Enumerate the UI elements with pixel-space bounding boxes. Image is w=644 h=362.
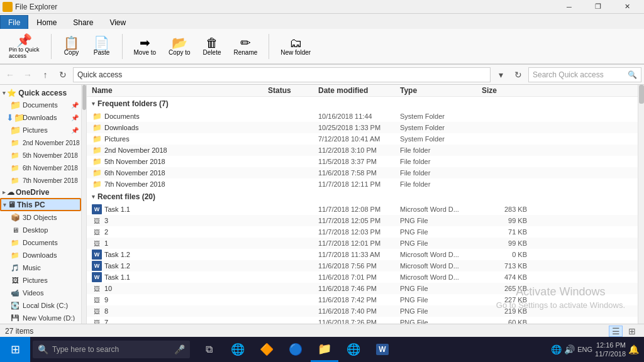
address-bar: ← → ↑ ↻ Quick access ▾ ↻ Search Quick ac… <box>0 65 644 85</box>
file-size: 99 KB <box>482 217 532 224</box>
file-icon-5thnov: 📁 <box>92 156 102 167</box>
sidebar-item-2ndnov[interactable]: 📁 2nd November 2018 <box>0 136 81 149</box>
col-header-date[interactable]: Date modified <box>318 86 400 95</box>
table-row[interactable]: W Task 1.2 11/7/2018 11:33 AM Microsoft … <box>87 249 638 260</box>
col-header-name[interactable]: Name <box>92 86 268 95</box>
view-btn-tiles[interactable]: ⊞ <box>625 326 639 337</box>
table-row[interactable]: W Task 1.1 11/7/2018 12:08 PM Microsoft … <box>87 204 638 215</box>
tray-clock[interactable]: 12:16 PM 11/7/2018 <box>595 341 626 359</box>
table-row[interactable]: 📁 5th November 2018 11/5/2018 3:37 PM Fi… <box>87 156 638 167</box>
ribbon-btn-paste[interactable]: 📄 Paste <box>89 35 114 57</box>
tab-share[interactable]: Share <box>65 15 101 29</box>
table-row[interactable]: 📁 6th November 2018 11/6/2018 7:58 PM Fi… <box>87 167 638 178</box>
table-row[interactable]: 📁 Downloads 10/25/2018 1:33 PM System Fo… <box>87 122 638 133</box>
thispc-icon: 🖥 <box>8 200 16 209</box>
content-area: Name Status Date modified Type Size ▾ Fr… <box>87 85 638 324</box>
taskbar-item-chrome2[interactable]: 🌐 <box>340 337 367 362</box>
address-box[interactable]: Quick access <box>73 67 491 82</box>
sidebar-item-pictures-pc[interactable]: 🖼 Pictures <box>0 274 81 287</box>
sidebar-section-onedrive[interactable]: ▸ ☁ OneDrive <box>0 187 81 198</box>
ribbon-btn-copy[interactable]: 📋 Copy <box>59 35 84 57</box>
sidebar-item-7thnov[interactable]: 📁 7th November 2018 <box>0 174 81 187</box>
ribbon-btn-moveto[interactable]: ➡ Move to <box>130 35 160 57</box>
file-name-cell: 🖼 1 <box>92 238 268 248</box>
sidebar-item-5thnov[interactable]: 📁 5th November 2018 <box>0 149 81 162</box>
tab-file[interactable]: File <box>0 15 28 29</box>
start-button[interactable]: ⊞ <box>0 337 30 362</box>
sidebar-item-pictures[interactable]: 📁 Pictures 📌 <box>0 124 81 136</box>
nav-up-button[interactable]: ↑ <box>38 67 53 82</box>
table-row[interactable]: 📁 Documents 10/16/2018 11:44 System Fold… <box>87 111 638 122</box>
network-icon[interactable]: 🌐 <box>551 344 562 354</box>
sidebar-item-downloads-pc[interactable]: 📁 Downloads <box>0 249 81 261</box>
address-refresh-button[interactable]: ↻ <box>511 67 526 82</box>
taskbar-item-chrome[interactable]: 🔵 <box>282 337 309 362</box>
frequent-folders-header[interactable]: ▾ Frequent folders (7) <box>87 97 638 111</box>
col-header-size[interactable]: Size <box>482 86 532 95</box>
taskbar-search[interactable]: 🔍 Type here to search 🎤 <box>33 341 190 358</box>
sidebar-item-downloads[interactable]: ⬇📁 Downloads 📌 <box>0 111 81 124</box>
close-button[interactable]: ✕ <box>613 0 641 14</box>
localc-icon: 💽 <box>10 300 20 310</box>
sidebar-item-desktop[interactable]: 🖥 Desktop <box>0 224 81 236</box>
tray-lang[interactable]: ENG <box>577 346 592 353</box>
address-dropdown-button[interactable]: ▾ <box>493 67 508 82</box>
ribbon-btn-copyto[interactable]: 📂 Copy to <box>165 35 194 57</box>
table-row[interactable]: 🖼 3 11/7/2018 12:05 PM PNG File 99 KB <box>87 215 638 226</box>
sidebar-item-videos[interactable]: 📹 Videos <box>0 287 81 299</box>
taskbar-item-word[interactable]: W <box>369 337 396 362</box>
ribbon-btn-newfolder[interactable]: 🗂 New folder <box>277 35 314 57</box>
table-row[interactable]: 🖼 2 11/7/2018 12:03 PM PNG File 71 KB <box>87 226 638 238</box>
table-row[interactable]: 🖼 1 11/7/2018 12:01 PM PNG File 99 KB <box>87 238 638 249</box>
sidebar-item-6thnov[interactable]: 📁 6th November 2018 <box>0 162 81 174</box>
ribbon-btn-rename[interactable]: ✏ Rename <box>230 35 261 57</box>
sidebar-item-localc[interactable]: 💽 Local Disk (C:) <box>0 299 81 312</box>
table-row[interactable]: 🖼 7 11/6/2018 7:26 PM PNG File 60 KB <box>87 317 638 324</box>
file-icon-10: 🖼 <box>92 283 102 293</box>
file-type: System Folder <box>400 135 482 143</box>
nav-forward-button[interactable]: → <box>20 67 35 82</box>
view-btn-details[interactable]: ☰ <box>609 326 623 337</box>
sidebar-scrollbar-thumb[interactable] <box>82 85 86 110</box>
sidebar-item-documents-pc[interactable]: 📁 Documents <box>0 236 81 249</box>
col-header-type[interactable]: Type <box>400 86 482 95</box>
table-row[interactable]: W Task 1.1 11/6/2018 7:01 PM Microsoft W… <box>87 272 638 283</box>
col-header-status[interactable]: Status <box>268 86 318 95</box>
ribbon-btn-pin[interactable]: 📌 Pin to Quickaccess <box>5 33 43 60</box>
tab-view[interactable]: View <box>101 15 134 29</box>
taskbar-item-taskview[interactable]: ⧉ <box>195 337 223 362</box>
table-row[interactable]: W Task 1.2 11/6/2018 7:56 PM Microsoft W… <box>87 260 638 272</box>
sidebar-item-3dobjects[interactable]: 📦 3D Objects <box>0 211 81 224</box>
taskbar-item-vlc[interactable]: 🔶 <box>253 337 280 362</box>
sidebar-section-thispc[interactable]: ▾ 🖥 This PC <box>0 198 81 211</box>
documents-pc-icon: 📁 <box>10 238 20 248</box>
tab-home[interactable]: Home <box>28 15 65 29</box>
notification-icon[interactable]: 🔔 <box>628 344 639 354</box>
sidebar-section-quick-access[interactable]: ▾ ⭐ Quick access <box>0 87 81 99</box>
sidebar-item-music[interactable]: 🎵 Music <box>0 261 81 274</box>
explorer-icon: 📁 <box>318 342 331 356</box>
minimize-button[interactable]: ─ <box>555 0 584 14</box>
table-row[interactable]: 📁 7th November 2018 11/7/2018 12:11 PM F… <box>87 178 638 190</box>
table-row[interactable]: 📁 2nd November 2018 11/2/2018 3:10 PM Fi… <box>87 145 638 156</box>
file-icon-2ndnov: 📁 <box>92 145 102 155</box>
content-scroll[interactable]: Name Status Date modified Type Size ▾ Fr… <box>87 85 638 324</box>
sidebar-scrollbar[interactable] <box>82 85 87 324</box>
volume-icon[interactable]: 🔊 <box>564 344 575 354</box>
recent-files-header[interactable]: ▾ Recent files (20) <box>87 190 638 204</box>
table-row[interactable]: 📁 Pictures 7/12/2018 10:41 AM System Fol… <box>87 133 638 145</box>
sidebar-item-documents[interactable]: 📁 Documents 📌 <box>0 99 81 111</box>
nav-refresh-button[interactable]: ↻ <box>55 67 70 82</box>
taskbar-item-edge[interactable]: 🌐 <box>224 337 252 362</box>
sidebar-item-newd[interactable]: 💾 New Volume (D:) <box>0 312 81 321</box>
content-scrollbar[interactable] <box>638 85 644 324</box>
file-date: 11/7/2018 12:01 PM <box>318 239 400 247</box>
ribbon-btn-delete[interactable]: 🗑 Delete <box>199 35 225 57</box>
content-scrollbar-thumb[interactable] <box>639 85 644 104</box>
search-box[interactable]: Search Quick access 🔍 <box>528 67 641 82</box>
file-icon-3-1: 🖼 <box>92 216 102 226</box>
nav-back-button[interactable]: ← <box>3 67 18 82</box>
mic-icon[interactable]: 🎤 <box>174 344 185 354</box>
maximize-button[interactable]: ❐ <box>584 0 613 14</box>
taskbar-item-explorer[interactable]: 📁 <box>311 337 338 362</box>
